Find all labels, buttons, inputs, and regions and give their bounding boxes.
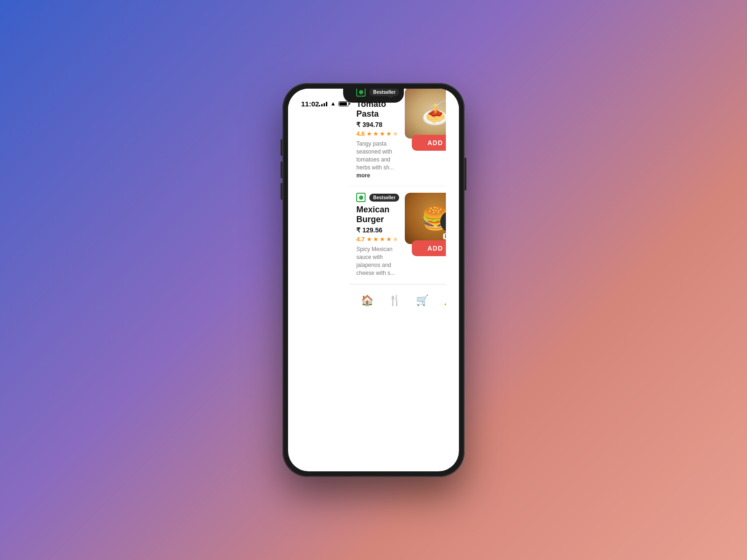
phone-shell: 11:02 ▲ ‹ [282, 83, 465, 477]
stars: ★ ★ ★ ★ ★ [366, 130, 398, 137]
menu-fab-icon[interactable]: ≡ [440, 211, 446, 232]
screen-content: ‹ Search any dish ... 🔍 [349, 89, 446, 317]
menu-fab[interactable]: ≡ Menu [440, 211, 446, 239]
item-image-pasta [405, 89, 446, 139]
background: 11:02 ▲ ‹ [282, 83, 465, 477]
veg-badge [356, 193, 366, 202]
rating-number: 4.6 [356, 130, 365, 137]
item-name: Mexican Burger [356, 205, 399, 224]
nav-cart[interactable]: 🛒 [409, 291, 436, 310]
menu-item: Bestseller Tomato Pasta ₹ 394.78 4.6 ★ ★… [349, 89, 446, 186]
item-description: Tangy pasta seasoned with tomatoes and h… [356, 140, 399, 179]
nav-notifications[interactable]: 🔔 [436, 291, 446, 310]
signal-icon [319, 101, 327, 106]
nav-home[interactable]: 🏠 [353, 291, 381, 310]
home-icon: 🏠 [361, 294, 374, 307]
phone-screen: 11:02 ▲ ‹ [288, 89, 459, 471]
wifi-icon: ▲ [330, 100, 336, 107]
item-price: ₹ 394.78 [356, 121, 399, 128]
item-rating: 4.6 ★ ★ ★ ★ ★ [356, 130, 399, 137]
status-bar: 11:02 ▲ ‹ [288, 89, 459, 112]
item-image-burger: ≡ Menu [405, 193, 446, 244]
item-image-area: ADD [405, 89, 446, 151]
bottom-nav: 🏠 🍴 🛒 🔔 👤 [349, 284, 446, 317]
watermark: CK [426, 448, 446, 463]
add-button[interactable]: ADD [412, 240, 446, 256]
battery-icon [338, 101, 349, 106]
item-badges: Bestseller [356, 89, 399, 97]
veg-badge [356, 89, 366, 97]
items-list: Bestseller Cheese Nuggets ₹ 209.67 4.7 ★… [349, 89, 446, 284]
stars: ★ ★ ★ ★ ★ [366, 236, 398, 243]
item-image-area: ≡ Menu ADD [405, 193, 446, 256]
bestseller-badge: Bestseller [369, 89, 399, 96]
item-info: Bestseller Tomato Pasta ₹ 394.78 4.6 ★ ★… [356, 89, 399, 179]
menu-fab-label: Menu [443, 233, 446, 239]
item-badges: Bestseller [356, 193, 399, 202]
item-price: ₹ 129.56 [356, 226, 399, 234]
status-icons: ▲ [319, 100, 349, 107]
menu-item: Bestseller Mexican Burger ₹ 129.56 4.7 ★… [349, 186, 446, 284]
status-time: 11:02 [301, 100, 319, 108]
nav-menu[interactable]: 🍴 [381, 291, 409, 310]
more-link[interactable]: more [356, 172, 370, 179]
add-button[interactable]: ADD [412, 135, 446, 151]
menu-icon: 🍴 [388, 294, 401, 307]
bestseller-badge: Bestseller [369, 194, 399, 202]
item-name: Tomato Pasta [356, 99, 399, 119]
cart-icon: 🛒 [416, 294, 429, 307]
rating-number: 4.7 [356, 236, 365, 243]
item-rating: 4.7 ★ ★ ★ ★ ★ [356, 236, 399, 243]
item-info: Bestseller Mexican Burger ₹ 129.56 4.7 ★… [356, 193, 399, 277]
bell-icon: 🔔 [444, 294, 446, 307]
item-description: Spicy Mexican sauce with jalapenos and c… [356, 245, 399, 277]
